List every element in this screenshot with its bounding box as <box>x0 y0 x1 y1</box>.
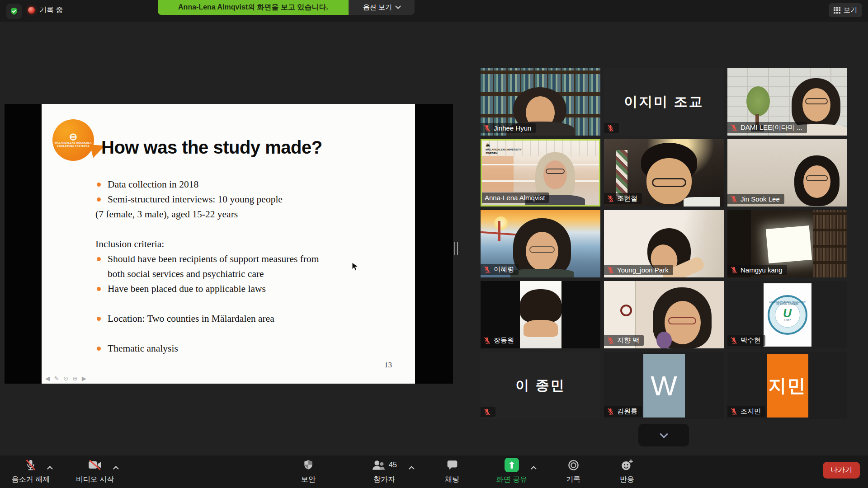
participant-tile-jang-dongwon[interactable]: 장동원 <box>481 281 600 348</box>
name-chip: 조현철 <box>604 193 642 204</box>
bullet-item: Have been placed due to applicable laws <box>95 282 389 296</box>
seal-org-text: GYEONGSANGBUKDO ASSOCIATION OF SOCIAL WO… <box>769 301 806 305</box>
participant-tile-cho-jimin[interactable]: 지민 조지민 <box>727 352 847 419</box>
name-chip: 지향 백 <box>604 335 644 346</box>
recording-indicator[interactable]: 기록 중 <box>28 5 63 15</box>
participant-tile-jinhee-hyun[interactable]: Jinhee Hyun <box>481 68 600 136</box>
view-options-label: 옵션 보기 <box>363 3 392 12</box>
muted-mic-icon <box>607 195 614 202</box>
participant-tile-jin-sook-lee[interactable]: Jin Sook Lee <box>727 139 847 206</box>
view-options-button[interactable]: 옵션 보기 <box>349 0 415 15</box>
participant-tile-leejimi[interactable]: 이지미 조교 <box>604 68 724 136</box>
encryption-badge[interactable] <box>6 4 22 19</box>
avatar-initial: W <box>651 370 677 402</box>
name-chip: 이혜령 <box>481 264 519 275</box>
muted-mic-icon <box>483 266 491 273</box>
share-options-chevron[interactable] <box>533 464 537 472</box>
participants-button[interactable]: 45 참가자 <box>355 458 413 484</box>
video-options-chevron[interactable] <box>115 464 119 472</box>
view-layout-label: 보기 <box>844 6 857 14</box>
name-chip: Namgyu kang <box>727 265 787 275</box>
name-chip: DAMI LEE(이다미 ... <box>727 122 807 133</box>
participant-tile-lee-jongmin[interactable]: 이 종민 <box>481 352 600 419</box>
bullet-dot <box>97 257 101 261</box>
chat-label: 채팅 <box>445 475 459 484</box>
participant-tile-kim-wonryong[interactable]: W 김원룡 <box>604 352 724 419</box>
grid-view-icon <box>834 7 840 14</box>
bullet-item: Location: Two counties in Mälardalen are… <box>95 311 389 326</box>
participant-tile-anna-lena-almqvist[interactable]: ✳ MÄLARDALEN UNIVERSITY SWEDEN Anna-Lena… <box>481 139 600 206</box>
chevron-down-icon <box>660 430 668 438</box>
muted-mic-icon <box>730 195 738 203</box>
reactions-button[interactable]: 반응 <box>601 458 653 484</box>
slide-nav-icons: ◀ ✎ ⊙ ⊖ ▶ <box>45 375 88 382</box>
university-logo-overlay: ✳ MÄLARDALEN UNIVERSITY SWEDEN <box>486 143 522 155</box>
name-chip: Jinhee Hyun <box>481 123 536 133</box>
security-label: 보안 <box>301 475 316 484</box>
start-video-button[interactable]: 비디오 시작 <box>69 458 121 484</box>
participants-chevron[interactable] <box>410 464 415 472</box>
participant-tile-young-joon-park[interactable]: Young_joon Park <box>604 210 724 277</box>
name-chip: 장동원 <box>481 335 519 346</box>
avatar: W <box>643 354 685 418</box>
logo-glyph: ⊖ <box>69 132 77 141</box>
muted-mic-icon <box>483 337 491 344</box>
shield-check-icon <box>9 7 19 16</box>
bullet-dot <box>97 347 101 351</box>
participants-count: 45 <box>389 461 397 469</box>
logo-text-line2: ESKILSTUNA VÄSTERÅS <box>57 145 90 148</box>
name-chip: Jin Sook Lee <box>727 194 784 204</box>
security-button[interactable]: 보안 <box>282 458 335 484</box>
share-screen-icon <box>505 458 519 472</box>
muted-mic-icon <box>730 408 738 415</box>
muted-mic-icon <box>607 408 614 415</box>
mdh-university-logo: ⊖ MÄLARDALENS HÖGSKOLA ESKILSTUNA VÄSTER… <box>52 119 94 161</box>
participant-tile-cho-hyunchul[interactable]: 조현철 <box>604 139 724 206</box>
recording-dot-icon <box>28 7 35 14</box>
person-silhouette <box>520 289 561 323</box>
participant-tile-jihyang-baek[interactable]: 지향 백 <box>604 281 724 348</box>
participant-name: 조지민 <box>741 407 761 416</box>
participant-name: 박수현 <box>741 336 761 345</box>
participant-name: 김원룡 <box>617 407 637 416</box>
participant-name: Young_joon Park <box>617 266 669 274</box>
logo-text-line1: MÄLARDALENS HÖGSKOLA <box>55 141 92 145</box>
share-screen-button[interactable]: 화면 공유 <box>486 458 538 484</box>
participant-tile-namgyu-kang[interactable]: Namgyu kang <box>727 210 847 277</box>
wall-clock <box>620 305 632 316</box>
participant-name: Anna-Lena Almqvist <box>485 194 545 202</box>
reactions-label: 반응 <box>620 475 634 484</box>
banner-text: Anna-Lena Almqvist의 화면을 보고 있습니다. <box>178 3 328 12</box>
bottom-toolbar: 음소거 해제 비디오 시작 보안 <box>0 455 868 488</box>
record-button[interactable]: 기록 <box>547 458 599 484</box>
record-label: 기록 <box>566 475 580 484</box>
viewing-screen-banner: Anna-Lena Almqvist의 화면을 보고 있습니다. <box>158 0 349 15</box>
top-bar: 기록 중 Anna-Lena Almqvist의 화면을 보고 있습니다. 옵션… <box>0 0 868 22</box>
participant-name: 이혜령 <box>494 265 514 274</box>
share-screen-label: 화면 공유 <box>496 475 527 484</box>
muted-mic-icon <box>730 266 738 274</box>
bullet-item: Thematic analysis <box>95 341 389 356</box>
mouse-cursor <box>352 262 358 271</box>
collapse-grid-button[interactable] <box>638 424 689 446</box>
participant-tile-dami-lee[interactable]: DAMI LEE(이다미 ... <box>727 68 847 136</box>
participants-label: 참가자 <box>373 475 395 484</box>
participant-tile-lee-hyeryung[interactable]: 이혜령 <box>481 210 600 277</box>
participant-display-name: 이지미 조교 <box>604 68 724 136</box>
sunset-background <box>494 216 508 230</box>
avatar-initial: 지민 <box>769 373 807 398</box>
slide-page-number: 13 <box>384 361 392 370</box>
leave-meeting-button[interactable]: 나가기 <box>823 462 860 479</box>
muted-mic-icon <box>607 266 614 274</box>
presentation-slide: ⊖ MÄLARDALENS HÖGSKOLA ESKILSTUNA VÄSTER… <box>42 104 415 384</box>
panel-resize-handle[interactable] <box>454 242 458 255</box>
muted-mic-icon <box>24 459 37 471</box>
participant-name: DAMI LEE(이다미 ... <box>741 123 802 132</box>
bullet-heading: Inclusion criteria: <box>95 237 389 252</box>
audio-options-chevron[interactable] <box>49 464 53 472</box>
slide-bullet-list: Data collection in 2018 Semi-structured … <box>95 177 389 356</box>
participant-name: 지향 백 <box>617 336 639 345</box>
view-layout-button[interactable]: 보기 <box>829 3 862 17</box>
participant-tile-park-suhyun[interactable]: GYEONGSANGBUKDO ASSOCIATION OF SOCIAL WO… <box>727 281 847 348</box>
chat-button[interactable]: 채팅 <box>426 458 478 484</box>
